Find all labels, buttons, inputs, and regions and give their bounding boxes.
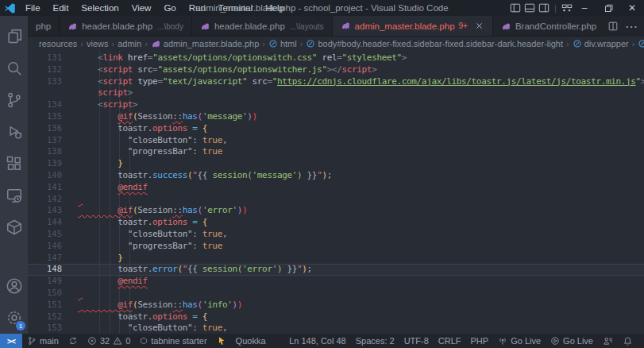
- code-text: "closeButton": true,: [78, 229, 227, 241]
- code-line[interactable]: script>: [28, 87, 644, 99]
- status-feedback[interactable]: [598, 334, 618, 348]
- status-quokka-status[interactable]: Quokka: [231, 334, 271, 348]
- code-line[interactable]: 144 toastr.options = {: [28, 217, 644, 229]
- status-problems[interactable]: 320: [83, 334, 135, 348]
- menu-go[interactable]: Go: [157, 0, 182, 16]
- split-editor-button[interactable]: [607, 21, 619, 32]
- activity-explorer-button[interactable]: [0, 21, 28, 52]
- code-line[interactable]: 151 @if(Session::has('info')): [28, 300, 644, 311]
- menu-terminal[interactable]: Terminal: [212, 0, 259, 16]
- code-line[interactable]: 134 <script>: [28, 99, 644, 111]
- breadcrumb-item[interactable]: body#body.header-fixed.sidebar-fixed.sid…: [306, 39, 563, 48]
- activity-run-and-debug-button[interactable]: [0, 116, 28, 148]
- code-line[interactable]: 152 toastr.options = {: [28, 311, 644, 323]
- tab-brandcontroller[interactable]: BrandController.php: [493, 16, 605, 36]
- status-language-mode[interactable]: PHP: [466, 334, 494, 348]
- tab-label: php: [36, 21, 51, 31]
- tab-problems-badge: 9+: [459, 21, 468, 30]
- tab-header-blade-body[interactable]: header.blade.php...\body: [60, 16, 192, 36]
- menu-edit[interactable]: Edit: [47, 0, 75, 16]
- code-line[interactable]: 148 toastr.error("{{ session('error') }}…: [28, 264, 644, 276]
- menu-view[interactable]: View: [125, 0, 158, 16]
- symbol-icon: [573, 39, 582, 48]
- code-line[interactable]: 146 "progressBar": true: [28, 241, 644, 253]
- tab-php[interactable]: php: [28, 16, 60, 36]
- restore-button[interactable]: [596, 0, 620, 16]
- close-button[interactable]: ✕: [620, 0, 644, 16]
- customize-layout-button[interactable]: [561, 2, 573, 14]
- toggle-secondary-sidebar-button[interactable]: [538, 2, 550, 14]
- menu-help[interactable]: Help: [259, 0, 291, 16]
- toggle-panel-button[interactable]: [524, 2, 535, 14]
- activity-accounts-button[interactable]: [0, 270, 28, 302]
- breadcrumb-label: html: [280, 39, 297, 48]
- line-number: 137: [28, 135, 62, 147]
- fold-margin: [62, 194, 78, 206]
- code-line[interactable]: 141 @endif: [28, 182, 644, 194]
- menu-selection[interactable]: Selection: [75, 0, 125, 16]
- code-line[interactable]: 135 @if(Session::has('message')): [28, 111, 644, 123]
- code-line[interactable]: 142: [28, 194, 644, 206]
- activity-search-button[interactable]: [0, 52, 28, 84]
- status-go-live-server[interactable]: Go Live: [493, 334, 546, 348]
- status-pointer-indicator[interactable]: [212, 334, 231, 348]
- code-line[interactable]: 136 toastr.options = {: [28, 123, 644, 135]
- code-line[interactable]: 147 }: [28, 253, 644, 265]
- code-line[interactable]: 131 <link href="assets/options/optionswi…: [28, 52, 644, 64]
- breadcrumb-item[interactable]: html: [268, 39, 297, 48]
- status-git-branch[interactable]: main: [22, 334, 64, 348]
- status-label: tabnine starter: [151, 336, 206, 346]
- menu-run[interactable]: Run: [183, 0, 212, 16]
- breadcrumb-item[interactable]: div.wrapper: [573, 39, 629, 48]
- minimize-button[interactable]: –: [573, 0, 596, 16]
- code-text: @endif: [78, 276, 148, 288]
- tab-header-blade-layouts[interactable]: header.blade.php...\layouts: [192, 16, 333, 36]
- activity-settings-button[interactable]: 1: [0, 302, 28, 334]
- status-encoding[interactable]: UTF-8: [399, 334, 434, 348]
- tab-close-icon[interactable]: [474, 21, 484, 31]
- status-go-live-play[interactable]: Go Live: [546, 334, 598, 348]
- activity-package-explorer-button[interactable]: [0, 211, 28, 243]
- code-line[interactable]: 139 }: [28, 158, 644, 170]
- broadcast-icon: [498, 336, 507, 346]
- breadcrumb-item[interactable]: admin: [118, 39, 141, 48]
- code-line[interactable]: 153 "closeButton": true,: [28, 323, 644, 334]
- editor: 131 <link href="assets/options/optionswi…: [28, 51, 644, 334]
- breadcrumb-item[interactable]: admin_master.blade.php: [151, 39, 259, 49]
- menu-file[interactable]: File: [19, 0, 47, 16]
- code-line[interactable]: 133 <script type="text/javascript" src="…: [28, 76, 644, 88]
- code-text: toastr.options = {: [78, 311, 207, 323]
- activity-source-control-button[interactable]: [0, 84, 28, 116]
- code-line[interactable]: 143 @if(Session::has('error')): [28, 205, 644, 217]
- line-number: 131: [28, 52, 62, 64]
- status-remote-indicator[interactable]: ><: [0, 334, 22, 348]
- code-line[interactable]: 149 @endif: [28, 276, 644, 288]
- code-line[interactable]: 150: [28, 288, 644, 300]
- activity-extensions-button[interactable]: [0, 148, 28, 180]
- status-tabnine-status[interactable]: tabnine starter: [135, 334, 211, 348]
- activity-remote-explorer-button[interactable]: [0, 180, 28, 211]
- line-number: 140: [28, 170, 62, 182]
- status-cursor-position[interactable]: Ln 148, Col 48: [284, 334, 351, 348]
- status-eol-sequence[interactable]: CRLF: [434, 334, 466, 348]
- more-actions-button[interactable]: ⋯: [625, 19, 638, 34]
- breadcrumb-item[interactable]: views: [87, 39, 109, 48]
- code-text: <link href="assets/options/optionswitch.…: [78, 52, 407, 64]
- tab-admin-master-blade[interactable]: admin_master.blade.php9+: [333, 16, 493, 36]
- fold-margin: [62, 111, 78, 123]
- menu-bar: FileEditSelectionViewGoRunTerminalHelp: [19, 0, 291, 16]
- search-icon: [6, 60, 23, 77]
- code-line[interactable]: 138 "progressBar": true: [28, 146, 644, 158]
- code-line[interactable]: 140 toastr.success("{{ session('message'…: [28, 170, 644, 182]
- breadcrumb-item[interactable]: div.page: [638, 39, 644, 48]
- status-sync-changes[interactable]: [64, 334, 83, 348]
- code-line[interactable]: 145 "closeButton": true,: [28, 229, 644, 241]
- code-line[interactable]: 137 "closeButton": true,: [28, 135, 644, 147]
- breadcrumb: resources›views›admin›admin_master.blade…: [28, 37, 644, 51]
- code-line[interactable]: 132 <script src="assets/options/optionsw…: [28, 64, 644, 76]
- fold-margin: [62, 300, 78, 311]
- breadcrumb-item[interactable]: resources: [39, 39, 77, 48]
- toggle-sidebar-button[interactable]: [510, 2, 521, 14]
- status-notifications[interactable]: [618, 334, 638, 348]
- status-indentation[interactable]: Spaces: 2: [351, 334, 399, 348]
